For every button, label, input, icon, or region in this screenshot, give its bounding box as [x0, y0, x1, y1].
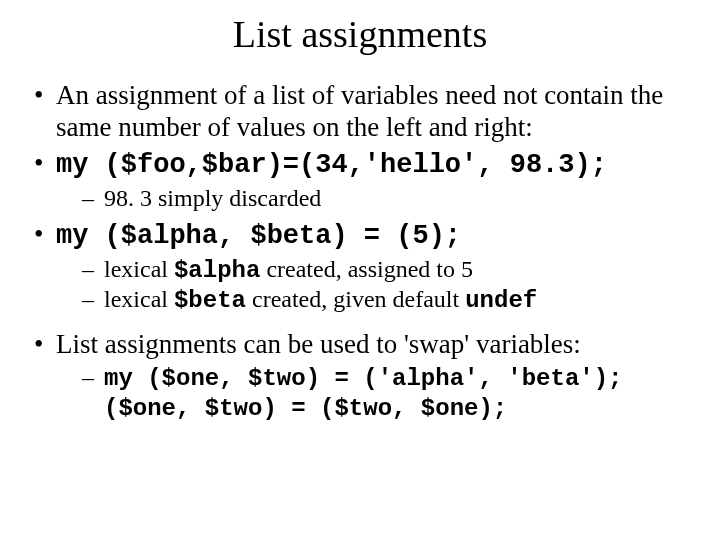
- bullet-2-sub-1: 98. 3 simply discarded: [82, 184, 700, 213]
- slide-title: List assignments: [20, 12, 700, 56]
- b3s2-mid: created, given default: [246, 286, 465, 312]
- bullet-2: my ($foo,$bar)=(34,'hello', 98.3); 98. 3…: [30, 148, 700, 213]
- bullet-3-sublist: lexical $alpha created, assigned to 5 le…: [56, 255, 700, 316]
- bullet-3-sub-1: lexical $alpha created, assigned to 5: [82, 255, 700, 285]
- bullet-4: List assignments can be used to 'swap' v…: [30, 329, 700, 423]
- bullet-2-sub-1-text: 98. 3 simply discarded: [104, 185, 321, 211]
- b4s1-line2: ($one, $two) = ($two, $one);: [104, 395, 507, 422]
- bullet-list: An assignment of a list of variables nee…: [20, 80, 700, 424]
- b3s2-pre: lexical: [104, 286, 174, 312]
- bullet-3-code: my ($alpha, $beta) = (5);: [56, 221, 461, 251]
- bullet-3: my ($alpha, $beta) = (5); lexical $alpha…: [30, 219, 700, 315]
- bullet-2-sublist: 98. 3 simply discarded: [56, 184, 700, 213]
- b3s1-code: $alpha: [174, 257, 260, 284]
- bullet-4-text: List assignments can be used to 'swap' v…: [56, 329, 581, 359]
- b3s2-code2: undef: [465, 287, 537, 314]
- bullet-3-sub-2: lexical $beta created, given default und…: [82, 285, 700, 315]
- bullet-1: An assignment of a list of variables nee…: [30, 80, 700, 144]
- b3s2-code1: $beta: [174, 287, 246, 314]
- bullet-4-sublist: my ($one, $two) = ('alpha', 'beta'); ($o…: [56, 363, 700, 424]
- b3s1-post: created, assigned to 5: [260, 256, 473, 282]
- bullet-2-code: my ($foo,$bar)=(34,'hello', 98.3);: [56, 150, 607, 180]
- b4s1-line1: my ($one, $two) = ('alpha', 'beta');: [104, 365, 622, 392]
- bullet-1-text: An assignment of a list of variables nee…: [56, 80, 663, 142]
- b3s1-pre: lexical: [104, 256, 174, 282]
- bullet-4-sub-1: my ($one, $two) = ('alpha', 'beta'); ($o…: [82, 363, 700, 424]
